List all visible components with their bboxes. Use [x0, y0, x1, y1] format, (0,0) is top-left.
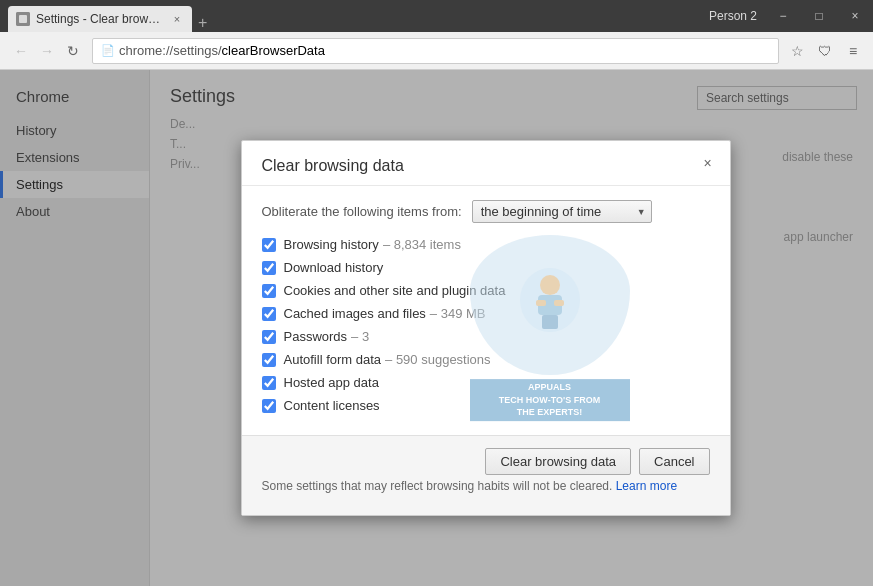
tab-area: Settings - Clear browsing × +	[8, 0, 709, 32]
forward-button[interactable]: →	[34, 38, 60, 64]
reload-button[interactable]: ↻	[60, 38, 86, 64]
dialog-title: Clear browsing data	[262, 157, 404, 174]
list-item: Content licenses	[262, 398, 710, 413]
browsing-history-label: Browsing history	[284, 237, 379, 252]
tab-title: Settings - Clear browsing	[36, 12, 166, 26]
close-button[interactable]: ×	[837, 0, 873, 32]
window-controls: Person 2 − □ ×	[709, 0, 873, 32]
clear-browsing-data-button[interactable]: Clear browsing data	[485, 448, 631, 475]
obliterate-label: Obliterate the following items from:	[262, 204, 462, 219]
list-item: Browsing history – 8,834 items	[262, 237, 710, 252]
restore-button[interactable]: □	[801, 0, 837, 32]
autofill-checkbox[interactable]	[262, 353, 276, 367]
browsing-history-count: – 8,834 items	[383, 237, 461, 252]
tab-close-button[interactable]: ×	[170, 12, 184, 26]
dialog-header: Clear browsing data ×	[242, 141, 730, 186]
cancel-button[interactable]: Cancel	[639, 448, 709, 475]
content-licenses-checkbox[interactable]	[262, 399, 276, 413]
cookies-label: Cookies and other site and plugin data	[284, 283, 506, 298]
obliterate-row: Obliterate the following items from: the…	[262, 200, 710, 223]
address-bar: ← → ↻ 📄 chrome://settings/clearBrowserDa…	[0, 32, 873, 70]
tab-favicon-icon	[16, 12, 30, 26]
hosted-app-checkbox[interactable]	[262, 376, 276, 390]
footer-note: Some settings that may reflect browsing …	[262, 479, 710, 493]
autofill-count: – 590 suggestions	[385, 352, 491, 367]
url-text: chrome://settings/clearBrowserData	[119, 43, 770, 58]
list-item: Download history	[262, 260, 710, 275]
dialog-buttons: Clear browsing data Cancel	[262, 448, 710, 475]
passwords-checkbox[interactable]	[262, 330, 276, 344]
content-licenses-label: Content licenses	[284, 398, 380, 413]
address-icons: ☆ 🛡 ≡	[785, 39, 865, 63]
download-history-label: Download history	[284, 260, 384, 275]
checkbox-list: Browsing history – 8,834 items Download …	[262, 237, 710, 413]
list-item: Cached images and files – 349 MB	[262, 306, 710, 321]
url-lock-icon: 📄	[101, 44, 115, 57]
dialog-body: Obliterate the following items from: the…	[242, 186, 730, 435]
time-select-wrapper[interactable]: the beginning of time the past hour the …	[472, 200, 652, 223]
back-button[interactable]: ←	[8, 38, 34, 64]
list-item: Passwords – 3	[262, 329, 710, 344]
cached-images-label: Cached images and files	[284, 306, 426, 321]
url-bar[interactable]: 📄 chrome://settings/clearBrowserData	[92, 38, 779, 64]
active-tab[interactable]: Settings - Clear browsing ×	[8, 6, 192, 32]
svg-rect-1	[19, 15, 27, 23]
cached-images-checkbox[interactable]	[262, 307, 276, 321]
cookies-checkbox[interactable]	[262, 284, 276, 298]
learn-more-link[interactable]: Learn more	[616, 479, 677, 493]
title-bar: Settings - Clear browsing × + Person 2 −…	[0, 0, 873, 32]
cached-images-count: – 349 MB	[430, 306, 486, 321]
download-history-checkbox[interactable]	[262, 261, 276, 275]
list-item: Autofill form data – 590 suggestions	[262, 352, 710, 367]
browsing-history-checkbox[interactable]	[262, 238, 276, 252]
person-label: Person 2	[709, 9, 757, 23]
minimize-button[interactable]: −	[765, 0, 801, 32]
autofill-label: Autofill form data	[284, 352, 382, 367]
list-item: Hosted app data	[262, 375, 710, 390]
new-tab-button[interactable]: +	[198, 14, 207, 32]
shield-icon[interactable]: 🛡	[813, 39, 837, 63]
browser-content: Chrome History Extensions Settings About…	[0, 70, 873, 586]
hosted-app-label: Hosted app data	[284, 375, 379, 390]
passwords-label: Passwords	[284, 329, 348, 344]
menu-icon[interactable]: ≡	[841, 39, 865, 63]
dialog-close-button[interactable]: ×	[698, 153, 718, 173]
clear-browsing-data-dialog: Clear browsing data × Obliterate the fol…	[241, 140, 731, 516]
bookmark-icon[interactable]: ☆	[785, 39, 809, 63]
passwords-count: – 3	[351, 329, 369, 344]
time-range-select[interactable]: the beginning of time the past hour the …	[472, 200, 652, 223]
dialog-footer: Clear browsing data Cancel Some settings…	[242, 435, 730, 515]
list-item: Cookies and other site and plugin data	[262, 283, 710, 298]
url-highlight: clearBrowserData	[222, 43, 325, 58]
